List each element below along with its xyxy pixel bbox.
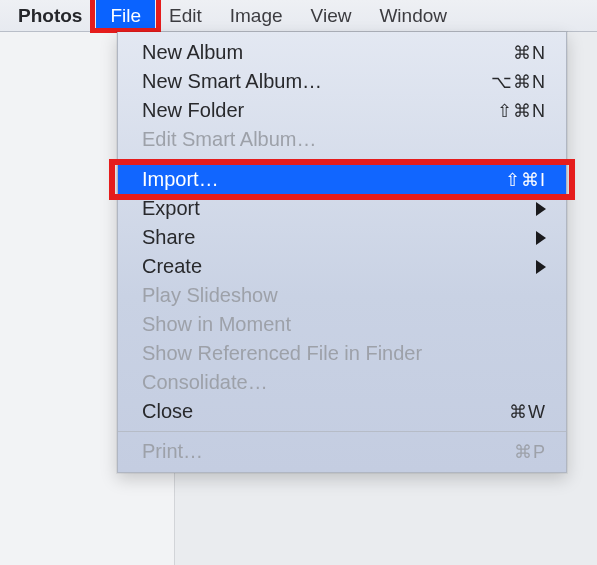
menu-item-label: New Smart Album… (142, 70, 491, 93)
menu-file[interactable]: File (96, 0, 155, 31)
menu-item-label: Export (142, 197, 528, 220)
menu-item-shortcut: ⇧⌘I (505, 169, 546, 191)
menu-item-label: Close (142, 400, 509, 423)
menu-item-label: Play Slideshow (142, 284, 546, 307)
menu-item-label: New Album (142, 41, 513, 64)
menu-item-label: Consolidate… (142, 371, 546, 394)
menu-item-label: Edit Smart Album… (142, 128, 546, 151)
menu-item-new-album[interactable]: New Album ⌘N (118, 38, 566, 67)
submenu-arrow-icon (536, 260, 546, 274)
menu-divider (118, 159, 566, 160)
app-name[interactable]: Photos (4, 0, 96, 31)
menu-item-export[interactable]: Export (118, 194, 566, 223)
menu-item-shortcut: ⌘W (509, 401, 546, 423)
menu-view[interactable]: View (297, 0, 366, 31)
submenu-arrow-icon (536, 202, 546, 216)
menu-item-close[interactable]: Close ⌘W (118, 397, 566, 426)
menu-item-label: Import… (142, 168, 505, 191)
menu-item-shortcut: ⇧⌘N (497, 100, 546, 122)
menu-item-label: Create (142, 255, 528, 278)
menu-divider (118, 431, 566, 432)
menu-item-share[interactable]: Share (118, 223, 566, 252)
menu-item-print: Print… ⌘P (118, 437, 566, 466)
menu-item-label: New Folder (142, 99, 497, 122)
menubar: Photos File Edit Image View Window (0, 0, 597, 32)
menu-window[interactable]: Window (365, 0, 461, 31)
menu-edit[interactable]: Edit (155, 0, 216, 31)
menu-item-play-slideshow: Play Slideshow (118, 281, 566, 310)
menu-item-import[interactable]: Import… ⇧⌘I (118, 165, 566, 194)
menu-item-consolidate: Consolidate… (118, 368, 566, 397)
menu-item-label: Show Referenced File in Finder (142, 342, 546, 365)
menu-item-show-in-moment: Show in Moment (118, 310, 566, 339)
menu-item-create[interactable]: Create (118, 252, 566, 281)
submenu-arrow-icon (536, 231, 546, 245)
menu-item-shortcut: ⌘N (513, 42, 546, 64)
menu-item-new-folder[interactable]: New Folder ⇧⌘N (118, 96, 566, 125)
menu-item-shortcut: ⌥⌘N (491, 71, 546, 93)
menu-item-edit-smart-album: Edit Smart Album… (118, 125, 566, 154)
menu-item-label: Share (142, 226, 528, 249)
file-menu-dropdown: New Album ⌘N New Smart Album… ⌥⌘N New Fo… (117, 32, 567, 473)
menu-item-new-smart-album[interactable]: New Smart Album… ⌥⌘N (118, 67, 566, 96)
menu-item-label: Show in Moment (142, 313, 546, 336)
menu-item-shortcut: ⌘P (514, 441, 546, 463)
menu-item-show-referenced-file: Show Referenced File in Finder (118, 339, 566, 368)
menu-image[interactable]: Image (216, 0, 297, 31)
menu-item-label: Print… (142, 440, 514, 463)
